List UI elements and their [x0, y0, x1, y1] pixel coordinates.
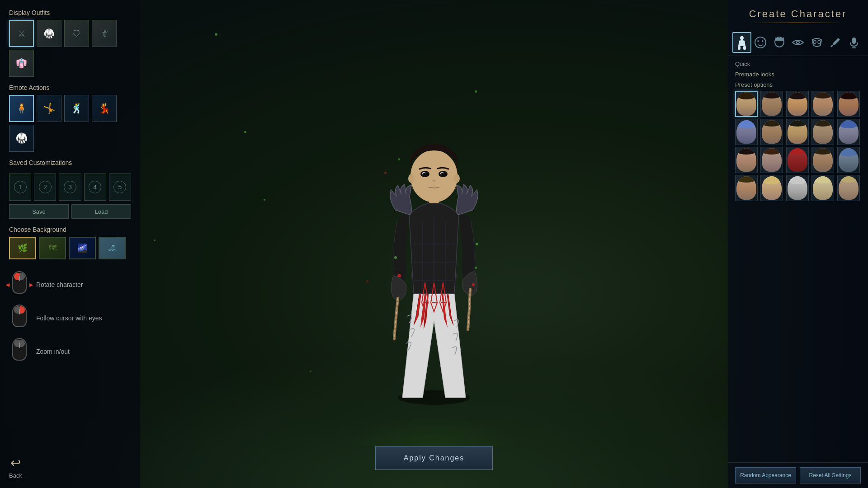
panel-header: Create Character — [728, 0, 868, 29]
preset-1[interactable] — [735, 91, 758, 117]
tab-body[interactable] — [732, 32, 751, 53]
svg-point-5 — [762, 40, 764, 42]
svg-rect-1 — [738, 46, 741, 50]
tab-face[interactable] — [751, 32, 770, 53]
left-panel: Display Outfits ⚔ 🥋 🛡 🗡 👘 Emote Actions … — [0, 0, 140, 488]
emote-slot-3[interactable]: 🕺 — [64, 95, 89, 122]
svg-point-34 — [397, 274, 401, 277]
emote-grid: 🧍 🤸 🕺 💃 🥋 — [9, 95, 131, 152]
preset-grid — [735, 91, 861, 201]
random-appearance-button[interactable]: Random Appearance — [735, 467, 796, 483]
outfit-slot-1[interactable]: ⚔ — [9, 20, 34, 47]
tab-voice[interactable] — [845, 32, 863, 53]
svg-point-23 — [410, 150, 458, 202]
preset-11[interactable] — [735, 147, 758, 173]
preset-20[interactable] — [837, 175, 860, 201]
outfit-slot-3[interactable]: 🛡 — [64, 20, 89, 47]
back-button[interactable]: ↩ Back — [9, 451, 22, 479]
tab-hair[interactable] — [770, 32, 788, 53]
mask-icon — [811, 36, 823, 49]
zoom-hint-text: Zoom in/out — [36, 348, 70, 355]
outfit-slot-2[interactable]: 🥋 — [37, 20, 61, 47]
reset-all-button[interactable]: Reset All Settings — [800, 467, 861, 483]
zoom-mouse-icon — [9, 338, 30, 365]
save-slot-1[interactable]: 1 — [9, 174, 31, 201]
body-icon — [736, 35, 748, 50]
saved-customizations-label: Saved Customizations — [9, 159, 131, 166]
svg-point-32 — [394, 256, 397, 259]
bg-option-2[interactable]: 🗺 — [39, 237, 66, 259]
svg-point-9 — [813, 41, 816, 44]
eyes-icon — [792, 36, 804, 49]
preset-9[interactable] — [811, 119, 834, 145]
preset-18[interactable] — [786, 175, 809, 201]
preset-15[interactable] — [837, 147, 860, 173]
hair-icon — [773, 36, 786, 49]
display-outfits-label: Display Outfits — [9, 9, 131, 16]
svg-point-31 — [453, 174, 460, 183]
choose-background-label: Choose Background — [9, 226, 131, 233]
tab-icons-row — [728, 29, 868, 56]
svg-point-30 — [408, 174, 415, 183]
emote-slot-1[interactable]: 🧍 — [9, 95, 34, 122]
save-slot-2[interactable]: 2 — [34, 174, 56, 201]
bg-option-1[interactable]: 🌿 — [9, 237, 36, 259]
bg-option-3[interactable]: 🌌 — [69, 237, 96, 259]
preset-16[interactable] — [735, 175, 758, 201]
preset-2[interactable] — [760, 91, 783, 117]
preset-19[interactable] — [811, 175, 834, 201]
preset-action-buttons: Random Appearance Reset All Settings — [728, 462, 868, 488]
preset-10[interactable] — [837, 119, 860, 145]
tab-eyes[interactable] — [788, 32, 807, 53]
preset-8[interactable] — [786, 119, 809, 145]
preset-6[interactable] — [735, 119, 758, 145]
voice-icon — [848, 36, 860, 49]
emote-slot-4[interactable]: 💃 — [92, 95, 117, 122]
premade-looks-label: Premade looks — [735, 71, 861, 78]
saved-customizations-section: Saved Customizations 1 2 3 4 5 Save Load — [9, 159, 131, 219]
svg-point-35 — [472, 283, 475, 286]
quick-section: Quick Premade looks Preset options — [728, 56, 868, 462]
svg-point-10 — [818, 41, 821, 44]
svg-point-8 — [797, 42, 799, 43]
save-button[interactable]: Save — [9, 204, 69, 219]
svg-point-0 — [740, 36, 744, 40]
outfit-slot-4[interactable]: 🗡 — [92, 20, 117, 47]
rotate-hint: ◄ ► Rotate character — [9, 271, 131, 298]
follow-mouse-icon — [9, 305, 30, 332]
svg-point-29 — [441, 173, 444, 175]
back-arrow-icon: ↩ — [10, 455, 21, 470]
character-svg — [357, 81, 511, 407]
apply-changes-button[interactable]: Apply Changes — [375, 446, 493, 470]
weapon-icon — [829, 36, 842, 49]
panel-divider — [749, 23, 847, 23]
tab-mask[interactable] — [807, 32, 826, 53]
preset-3[interactable] — [786, 91, 809, 117]
save-slot-5[interactable]: 5 — [109, 174, 131, 201]
follow-hint-text: Follow cursor with eyes — [36, 314, 102, 322]
bg-option-4[interactable]: 🏖 — [99, 237, 126, 259]
character-figure — [357, 81, 511, 407]
outfit-slot-5[interactable]: 👘 — [9, 50, 34, 77]
save-slot-4[interactable]: 4 — [84, 174, 106, 201]
tab-weapon[interactable] — [826, 32, 844, 53]
quick-label: Quick — [735, 61, 861, 67]
emote-slot-5[interactable]: 🥋 — [9, 125, 34, 152]
save-load-row: Save Load — [9, 204, 131, 219]
preset-12[interactable] — [760, 147, 783, 173]
preset-7[interactable] — [760, 119, 783, 145]
svg-rect-2 — [743, 46, 746, 50]
preset-5[interactable] — [837, 91, 860, 117]
saved-slots-grid: 1 2 3 4 5 — [9, 174, 131, 201]
svg-point-3 — [755, 37, 766, 48]
preset-14[interactable] — [811, 147, 834, 173]
background-grid: 🌿 🗺 🌌 🏖 — [9, 237, 131, 259]
emote-slot-2[interactable]: 🤸 — [37, 95, 61, 122]
preset-4[interactable] — [811, 91, 834, 117]
preset-17[interactable] — [760, 175, 783, 201]
preset-13[interactable] — [786, 147, 809, 173]
preset-options-label: Preset options — [735, 81, 861, 88]
load-button[interactable]: Load — [71, 204, 131, 219]
emote-actions-label: Emote Actions — [9, 84, 131, 91]
save-slot-3[interactable]: 3 — [59, 174, 81, 201]
